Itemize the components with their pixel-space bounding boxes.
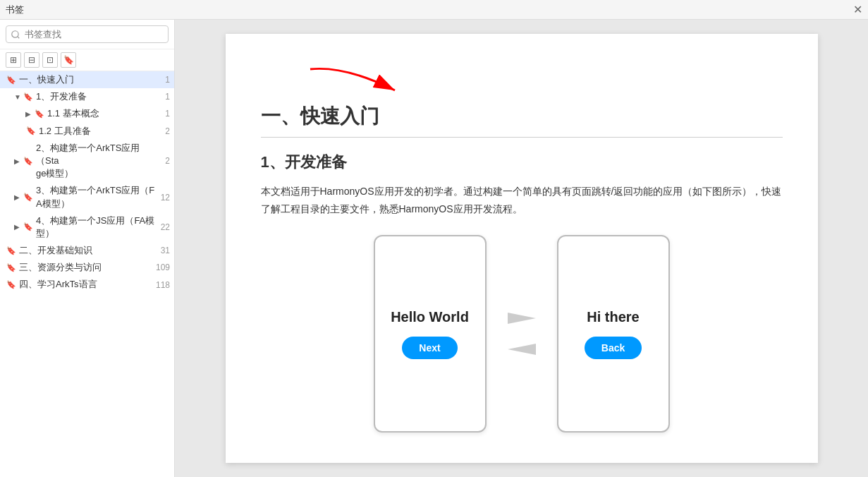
page-content: 一、快速入门 1、开发准备 本文档适用于HarmonyOS应用开发的初学者。通过… (226, 34, 818, 463)
sidebar-item-page-1-4: 22 (161, 222, 170, 232)
title-bar-left: 书签 (6, 4, 24, 16)
sidebar-item-1-3[interactable]: ▶ 🔖 3、构建第一个ArkTS应用（FA模型） 12 (0, 182, 174, 212)
svg-marker-1 (508, 313, 536, 324)
bookmark-icon-2: 🔖 (6, 245, 17, 256)
next-button[interactable]: Next (402, 337, 457, 359)
phone-mockup-1: Hello World Next (374, 235, 487, 433)
toolbar-view[interactable]: ⊡ (42, 52, 58, 68)
screen1-label: Hello World (391, 309, 469, 325)
sidebar: ⊞ ⊟ ⊡ 🔖 🔖 一、快速入门 1 ▼ 🔖 1、开发准备 1 (0, 20, 175, 477)
search-input[interactable] (6, 25, 169, 43)
sidebar-item-1-2[interactable]: ▶ 🔖 2、构建第一个ArkTS应用（Stage模型） 2 (0, 140, 174, 183)
sidebar-item-page-1-2: 2 (165, 156, 170, 166)
sidebar-item-page-1-3: 12 (161, 193, 170, 203)
sidebar-item-label-1-2: 2、构建第一个ArkTS应用（Stage模型） (36, 142, 162, 181)
phone-mockup-2: Hi there Back (557, 235, 670, 433)
sidebar-item-label-1: 一、快速入门 (19, 73, 162, 86)
bookmark-icon-1-1-2: 🔖 (25, 126, 37, 137)
sidebar-item-label-1-4: 4、构建第一个JS应用（FA模型） (36, 215, 158, 240)
right-arrow-icon (501, 306, 543, 331)
sidebar-item-label-2: 二、开发基础知识 (19, 244, 158, 257)
demo-container: Hello World Next Hi there (261, 235, 783, 433)
bookmark-icon-1-2: 🔖 (23, 155, 34, 167)
close-button[interactable]: ✕ (853, 4, 862, 16)
sidebar-item-1-1[interactable]: ▼ 🔖 1、开发准备 1 (0, 88, 174, 105)
bookmark-icon-3: 🔖 (6, 262, 17, 273)
sidebar-item-label-1-1-2: 1.2 工具准备 (39, 125, 162, 138)
sidebar-item-1[interactable]: 🔖 一、快速入门 1 (0, 71, 174, 88)
content-area: 一、快速入门 1、开发准备 本文档适用于HarmonyOS应用开发的初学者。通过… (175, 20, 868, 477)
toolbar-bookmark[interactable]: 🔖 (61, 52, 76, 68)
bookmark-icon-1-3: 🔖 (23, 192, 34, 203)
sidebar-item-3[interactable]: 🔖 三、资源分类与访问 109 (0, 259, 174, 276)
chapter-title: 一、快速入门 (261, 103, 783, 138)
red-arrow-svg (303, 62, 416, 97)
sidebar-list: 🔖 一、快速入门 1 ▼ 🔖 1、开发准备 1 ▶ 🔖 1.1 基本概念 1 (0, 71, 174, 477)
bookmark-icon-1: 🔖 (6, 74, 17, 85)
sidebar-item-page-1-1-1: 1 (165, 109, 170, 119)
expand-arrow-1-4: ▶ (14, 223, 23, 231)
sidebar-item-page-1-1-2: 2 (165, 126, 170, 136)
toolbar-collapse-all[interactable]: ⊟ (24, 52, 39, 68)
expand-arrow-1-3: ▶ (14, 193, 23, 201)
arrow-between (501, 306, 543, 362)
main-area: ⊞ ⊟ ⊡ 🔖 🔖 一、快速入门 1 ▼ 🔖 1、开发准备 1 (0, 20, 868, 477)
svg-marker-2 (508, 344, 536, 355)
sidebar-item-1-4[interactable]: ▶ 🔖 4、构建第一个JS应用（FA模型） 22 (0, 212, 174, 242)
expand-arrow-1-1-1: ▶ (25, 110, 34, 118)
sidebar-item-label-1-1: 1、开发准备 (36, 90, 162, 103)
sidebar-search-area (0, 20, 174, 49)
window: 书签 ✕ ⊞ ⊟ ⊡ 🔖 🔖 一、快速入门 1 (0, 0, 868, 477)
toolbar-expand-all[interactable]: ⊞ (6, 52, 21, 68)
sidebar-item-label-3: 三、资源分类与访问 (19, 261, 153, 274)
sidebar-item-page-1-1: 1 (165, 92, 170, 102)
left-arrow-icon (501, 337, 543, 362)
sidebar-item-2[interactable]: 🔖 二、开发基础知识 31 (0, 242, 174, 259)
arrow-indicator (261, 62, 783, 97)
back-button[interactable]: Back (585, 337, 642, 359)
sidebar-toolbar: ⊞ ⊟ ⊡ 🔖 (0, 49, 174, 71)
sidebar-item-page-4: 118 (156, 280, 170, 290)
window-title: 书签 (6, 4, 24, 16)
sidebar-item-page-1: 1 (165, 75, 170, 85)
sidebar-item-page-3: 109 (156, 262, 170, 272)
sidebar-item-label-1-3: 3、构建第一个ArkTS应用（FA模型） (36, 184, 158, 210)
title-bar: 书签 ✕ (0, 0, 868, 20)
sidebar-item-label-4: 四、学习ArkTs语言 (19, 278, 153, 291)
sidebar-item-page-2: 31 (161, 246, 170, 255)
section-title: 1、开发准备 (261, 152, 783, 173)
bookmark-icon-1-4: 🔖 (23, 222, 34, 233)
sidebar-item-1-1-2[interactable]: 🔖 1.2 工具准备 2 (0, 123, 174, 140)
bookmark-icon-4: 🔖 (6, 279, 17, 291)
sidebar-item-label-1-1-1: 1.1 基本概念 (47, 107, 162, 120)
description: 本文档适用于HarmonyOS应用开发的初学者。通过构建一个简单的具有页面跳转/… (261, 183, 783, 218)
sidebar-item-4[interactable]: 🔖 四、学习ArkTs语言 118 (0, 276, 174, 293)
bookmark-icon-1-1-1: 🔖 (34, 108, 45, 119)
screen2-label: Hi there (587, 309, 639, 325)
expand-arrow-1-2: ▶ (14, 157, 23, 165)
bookmark-icon-1-1: 🔖 (23, 91, 34, 102)
sidebar-item-1-1-1[interactable]: ▶ 🔖 1.1 基本概念 1 (0, 105, 174, 122)
expand-arrow-1-1: ▼ (14, 93, 23, 101)
